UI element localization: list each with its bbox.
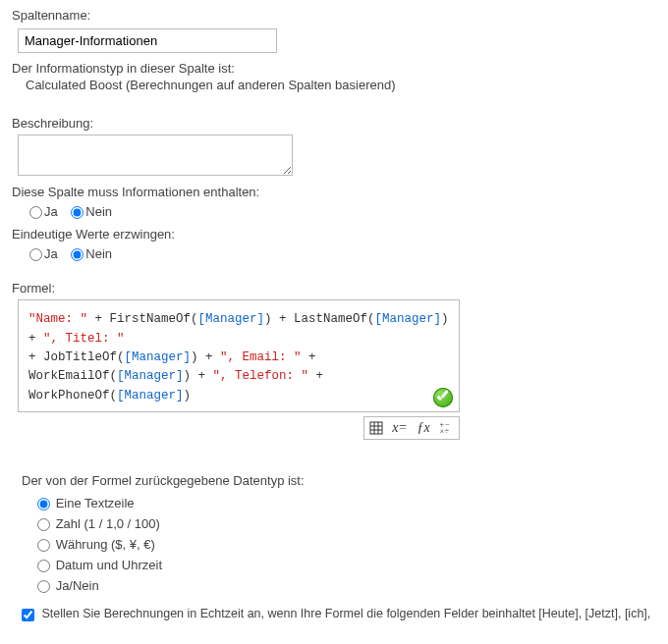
formula-editor[interactable]: "Name: " + FirstNameOf([Manager]) + Last… (18, 299, 460, 412)
function-icon: ƒx (417, 420, 429, 436)
formula-token: ) + (184, 369, 213, 383)
unique-no-option[interactable]: Nein (71, 246, 112, 261)
unique-no-label: Nein (85, 246, 112, 261)
datatype-option-number[interactable]: Zahl (1 / 1,0 / 100) (37, 516, 160, 531)
description-textarea[interactable] (18, 134, 293, 176)
datatype-option-label: Zahl (1 / 1,0 / 100) (56, 516, 160, 531)
formula-token: ", Email: " (220, 350, 302, 364)
formula-token: [Manager] (117, 369, 184, 383)
required-yes-option[interactable]: Ja (29, 204, 58, 219)
insert-column-button[interactable] (364, 417, 388, 439)
formula-token: ) (184, 389, 192, 402)
formula-token: + JobTitleOf( (28, 350, 125, 364)
unique-yes-option[interactable]: Ja (29, 246, 58, 261)
formula-token: [Manager] (198, 312, 265, 326)
formula-token: ) + (191, 350, 220, 364)
datatype-option-label: Ja/Nein (56, 578, 99, 593)
datatype-option-text[interactable]: Eine Textzeile (37, 496, 135, 510)
required-label: Diese Spalte muss Informationen enthalte… (12, 185, 656, 199)
info-type-value: Calculated Boost (Berechnungen auf ander… (26, 78, 656, 92)
column-name-label: Spaltenname: (12, 8, 656, 23)
svg-rect-0 (370, 422, 382, 434)
datatype-option-datetime[interactable]: Datum und Uhrzeit (37, 558, 162, 572)
formula-token: [Manager] (117, 389, 184, 402)
unique-label: Eindeutige Werte erzwingen: (12, 227, 656, 242)
formula-toolbar: x= ƒx +− ×÷ (18, 416, 460, 440)
datatype-option-currency[interactable]: Währung ($, ¥, €) (37, 537, 155, 552)
svg-text:×÷: ×÷ (439, 427, 449, 435)
formula-valid-icon (433, 388, 453, 407)
datatype-option-label: Währung ($, ¥, €) (56, 537, 155, 552)
variable-button[interactable]: x= (388, 417, 412, 439)
variable-icon: x= (392, 420, 408, 436)
formula-label: Formel: (12, 281, 656, 295)
formula-token: ", Telefon: " (213, 369, 309, 383)
operator-icon: +− ×÷ (439, 421, 455, 435)
formula-token: [Manager] (375, 312, 442, 326)
formula-token: "Name: " (28, 312, 87, 326)
required-yes-label: Ja (44, 204, 58, 219)
formula-token: ) + LastNameOf( (264, 312, 375, 326)
formula-token: [Manager] (125, 350, 192, 364)
datatype-option-yesno[interactable]: Ja/Nein (37, 578, 99, 593)
required-no-option[interactable]: Nein (71, 204, 112, 219)
formula-token: + FirstNameOf( (87, 312, 198, 326)
required-no-label: Nein (85, 204, 112, 219)
column-name-input[interactable] (18, 28, 277, 53)
datatype-label: Der von der Formel zurückgegebene Datent… (22, 473, 656, 488)
realtime-label: Stellen Sie Berechnungen in Echtzeit an,… (41, 607, 650, 620)
unique-yes-label: Ja (44, 246, 58, 261)
grid-icon (369, 421, 383, 435)
datatype-option-label: Eine Textzeile (56, 496, 135, 510)
function-button[interactable]: ƒx (412, 417, 435, 439)
datatype-option-label: Datum und Uhrzeit (56, 558, 162, 572)
info-type-label: Der Informationstyp in dieser Spalte ist… (12, 61, 656, 76)
realtime-checkbox[interactable] (22, 609, 34, 621)
operator-button[interactable]: +− ×÷ (435, 417, 459, 439)
realtime-checkbox-option[interactable]: Stellen Sie Berechnungen in Echtzeit an,… (22, 607, 650, 620)
description-label: Beschreibung: (12, 116, 656, 131)
formula-token: ", Titel: " (43, 332, 125, 346)
